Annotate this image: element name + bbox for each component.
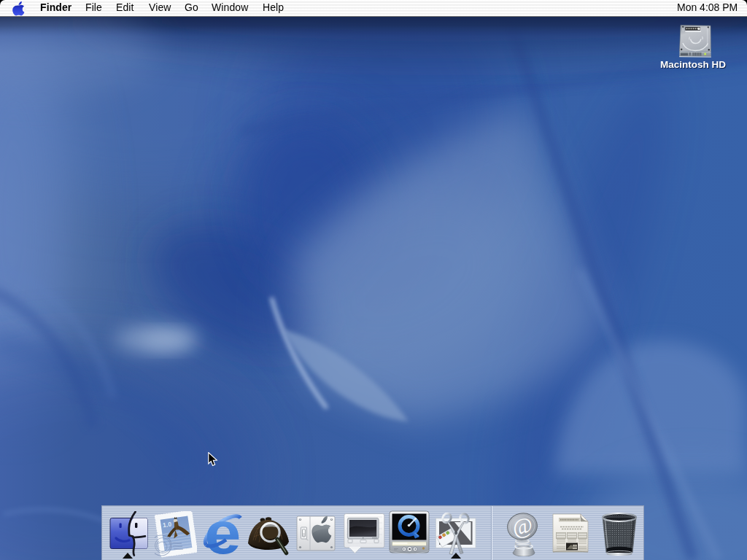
svg-text:Macintosh HD: Macintosh HD [660, 59, 726, 70]
svg-text:e: e [204, 511, 241, 556]
svg-text:1.0: 1.0 [162, 521, 171, 529]
